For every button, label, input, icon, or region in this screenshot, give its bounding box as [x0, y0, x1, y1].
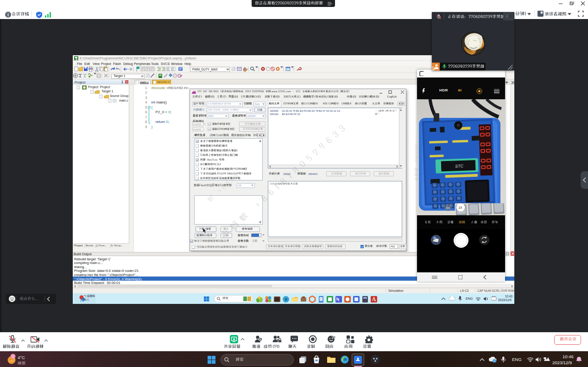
svg-text:STC: STC	[455, 164, 464, 169]
svg-text:1X: 1X	[459, 206, 463, 209]
svg-text:1: 1	[12, 354, 14, 359]
svg-text:i: i	[494, 360, 494, 363]
svg-text:0.6: 0.6	[446, 206, 450, 209]
